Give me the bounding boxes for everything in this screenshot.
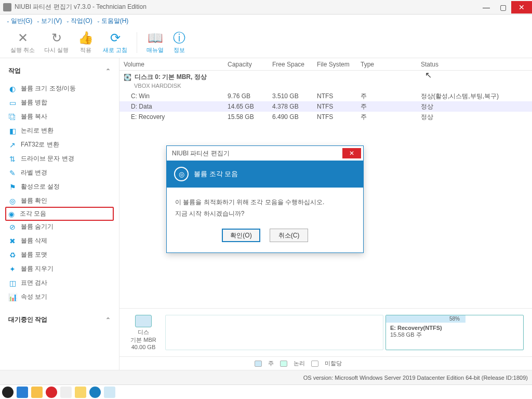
sidebar-section-pending[interactable]: 대기중인 작업⌃ (6, 311, 113, 328)
minimize-button[interactable]: — (478, 1, 495, 14)
partition-bars: 58% E: Recovery(NTFS)15.58 GB 주 (165, 315, 524, 350)
task-logical[interactable]: ◧논리로 변환 (6, 124, 113, 138)
power-icon[interactable] (46, 387, 57, 398)
disk-glyph-icon (135, 315, 152, 327)
partition-row[interactable]: C: Win9.76 GB3.510 GBNTFS주정상(활성,시스템,부팅,복… (119, 91, 532, 101)
partition-row[interactable]: D: Data14.65 GB4.378 GBNTFS주정상 (119, 101, 532, 112)
dialog-body: 이 볼륨을 최적화하기 위해 조각 모음을 수행하십시오. 지금 시작 하시겠습… (167, 188, 363, 229)
wipe-icon: ✦ (8, 265, 17, 273)
app-icon (3, 3, 11, 11)
menu-task[interactable]: ⌄작업(O) (66, 17, 92, 25)
disk-header[interactable]: 💽 디스크 0: 기본 MBR, 정상 (119, 71, 532, 84)
task-drive-letter[interactable]: ⇅드라이브 문자 변경 (6, 152, 113, 166)
disk-map-icon[interactable]: 디스 기본 MBR 40.00 GB (128, 315, 159, 350)
close-button[interactable]: ✕ (511, 1, 532, 14)
partition-bar-recovery[interactable]: 58% E: Recovery(NTFS)15.58 GB 주 (385, 315, 524, 350)
col-status[interactable]: Status (417, 61, 532, 68)
task-copy[interactable]: ⿻볼륨 복사 (6, 110, 113, 124)
os-version: OS version: Microsoft Windows Server 201… (303, 375, 528, 381)
task-check[interactable]: ◎볼륨 확인 (6, 194, 113, 208)
col-fs[interactable]: File System (313, 61, 356, 68)
legend: 주 논리 미할당 (119, 356, 532, 370)
defrag-icon: ◉ (7, 210, 16, 218)
menu-help[interactable]: ⌄도움말(H) (97, 17, 129, 25)
refresh-button[interactable]: ⟳새로 고침 (103, 31, 127, 54)
task-wipe[interactable]: ✦볼륨 지우기 (6, 262, 113, 276)
manual-button[interactable]: 📖매뉴얼 (147, 31, 164, 54)
disk-subtitle: VBOX HARDDISK (119, 83, 532, 89)
taskbar-icon[interactable] (89, 387, 101, 398)
resize-icon: ◐ (8, 85, 17, 93)
taskbar (0, 384, 532, 399)
defrag-icon: ◎ (174, 167, 189, 181)
check-icon: ◎ (8, 197, 17, 205)
cursor-icon: ↖ (425, 70, 432, 80)
statusbar: OS version: Microsoft Windows Server 201… (0, 370, 532, 384)
menu-view[interactable]: ⌄보기(V) (36, 17, 62, 25)
toolbar: ✕실행 취소 ↻다시 실행 👍적용 ⟳새로 고침 📖매뉴얼 ⓘ정보 (0, 27, 532, 58)
sidebar: 작업⌃ ◐볼륨 크기 조정/이동 ▭볼륨 병합 ⿻볼륨 복사 ◧논리로 변환 ↗… (0, 58, 119, 370)
grid-header: Volume Capacity Free Space File System T… (119, 58, 532, 71)
legend-swatch-primary (255, 361, 262, 367)
delete-icon: ✖ (8, 237, 17, 245)
task-delete[interactable]: ✖볼륨 삭제 (6, 234, 113, 248)
undo-button[interactable]: ✕실행 취소 (10, 31, 35, 54)
partition-row[interactable]: E: Recovery15.58 GB6.490 GBNTFS주정상 (119, 112, 532, 122)
task-merge[interactable]: ▭볼륨 병합 (6, 96, 113, 110)
disk-map: 디스 기본 MBR 40.00 GB 58% E: Recovery(NTFS)… (119, 308, 532, 356)
dialog-titlebar: NIUBI 파티션 편집기 ✕ (167, 146, 363, 161)
chevron-up-icon: ⌃ (105, 68, 111, 75)
dialog-title: NIUBI 파티션 편집기 (172, 149, 230, 158)
maximize-button[interactable]: ▢ (495, 1, 511, 14)
col-free[interactable]: Free Space (268, 61, 313, 68)
task-fat32[interactable]: ↗FAT32로 변환 (6, 138, 113, 152)
titlebar: NIUBI 파티션 편집기 v7.3.0 - Technician Editio… (0, 0, 532, 15)
dialog-buttons: 확인(O) 취소(C) (167, 229, 363, 252)
col-type[interactable]: Type (356, 61, 417, 68)
hide-icon: ⊘ (8, 223, 17, 231)
menu-general[interactable]: ⌄일반(G) (6, 17, 32, 25)
letter-icon: ⇅ (8, 155, 17, 163)
window-title: NIUBI 파티션 편집기 v7.3.0 - Technician Editio… (15, 3, 478, 11)
sidebar-section-tasks[interactable]: 작업⌃ (6, 62, 113, 79)
disk-icon: 💽 (124, 74, 131, 81)
niubi-taskbar-icon[interactable] (104, 387, 115, 398)
dialog-close-button[interactable]: ✕ (342, 148, 361, 158)
props-icon: 📊 (8, 293, 17, 301)
flag-icon: ⚑ (8, 183, 17, 191)
chevron-up-icon: ⌃ (105, 316, 111, 324)
convert-fat-icon: ↗ (8, 141, 17, 149)
col-capacity[interactable]: Capacity (223, 61, 268, 68)
task-surface[interactable]: ◫표면 검사 (6, 276, 113, 290)
merge-icon: ▭ (8, 99, 17, 107)
taskbar-icon[interactable] (75, 387, 86, 398)
task-active[interactable]: ⚑활성으로 설정 (6, 180, 113, 194)
ok-button[interactable]: 확인(O) (222, 229, 260, 242)
task-label[interactable]: ✎라벨 변경 (6, 166, 113, 180)
redo-button[interactable]: ↻다시 실행 (44, 31, 69, 54)
explorer-icon[interactable] (31, 387, 43, 398)
defrag-dialog: NIUBI 파티션 편집기 ✕ ◎ 볼륨 조각 모음 이 볼륨을 최적화하기 위… (166, 145, 364, 253)
cancel-button[interactable]: 취소(C) (270, 229, 308, 242)
surface-icon: ◫ (8, 279, 17, 287)
task-defrag[interactable]: ◉조각 모음 (5, 207, 114, 221)
partition-bar[interactable] (165, 315, 383, 350)
task-hide[interactable]: ⊘볼륨 숨기기 (6, 220, 113, 234)
start-button[interactable] (2, 387, 14, 398)
task-properties[interactable]: 📊속성 보기 (6, 290, 113, 304)
task-resize[interactable]: ◐볼륨 크기 조정/이동 (6, 82, 113, 96)
convert-icon: ◧ (8, 127, 17, 135)
legend-swatch-logical (280, 361, 287, 367)
apply-button[interactable]: 👍적용 (78, 31, 94, 54)
dialog-header: ◎ 볼륨 조각 모음 (167, 161, 363, 188)
taskbar-icon[interactable] (60, 387, 72, 398)
task-format[interactable]: ♻볼륨 포맷 (6, 248, 113, 262)
info-button[interactable]: ⓘ정보 (173, 31, 185, 54)
format-icon: ♻ (8, 251, 17, 259)
toolbar-separator (137, 32, 137, 53)
menubar: ⌄일반(G) ⌄보기(V) ⌄작업(O) ⌄도움말(H) (0, 15, 532, 27)
legend-swatch-unalloc (311, 361, 318, 367)
taskbar-icon[interactable] (17, 387, 28, 398)
col-volume[interactable]: Volume (119, 61, 223, 68)
label-icon: ✎ (8, 169, 17, 177)
